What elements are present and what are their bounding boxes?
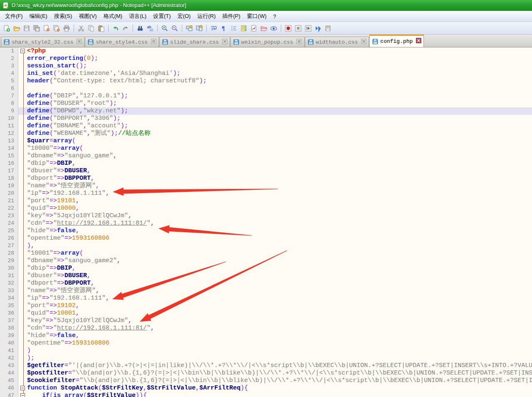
line-number[interactable]: 35 [0,302,18,310]
code-line-16[interactable]: 16"dbip"=>DBIP, [0,160,532,167]
function-list-button[interactable] [249,24,258,33]
code-line-45[interactable]: 45$cookiefilter="\\b(and|or)\\b.{1,6}?(=… [0,377,532,385]
line-number[interactable]: 47 [0,392,18,397]
line-number[interactable]: 8 [0,100,18,107]
menu-item-plugins[interactable]: 插件(P) [219,11,243,22]
line-number[interactable]: 14 [0,145,18,152]
code-line-23[interactable]: 23"key"=>"5Jqxjo10Yl2ElQCwJm", [0,212,532,220]
code-line-41[interactable]: 41) [0,347,532,355]
fold-collapse-icon[interactable] [20,49,25,53]
code-line-3[interactable]: 3session_start(); [0,62,532,70]
line-number[interactable]: 10 [0,115,18,122]
code-line-18[interactable]: 18"dbport"=>DBPPORT, [0,175,532,182]
open-file-button[interactable] [12,24,21,33]
close-button[interactable] [42,24,51,33]
line-number[interactable]: 25 [0,227,18,235]
line-number[interactable]: 34 [0,295,18,302]
code-line-14[interactable]: 14"10000"=>array( [0,145,532,152]
line-number[interactable]: 2 [0,55,18,62]
line-number[interactable]: 46 [0,385,18,392]
word-wrap-button[interactable] [209,24,218,33]
code-line-19[interactable]: 19"name"=>"悟空资源网", [0,182,532,190]
code-line-29[interactable]: 29"dbname"=>"sanguo_game2", [0,257,532,265]
line-number[interactable]: 18 [0,175,18,182]
tab-close-icon[interactable] [361,39,366,46]
print-button[interactable] [62,24,71,33]
menu-item-run[interactable]: 运行(R) [194,11,219,22]
code-line-34[interactable]: 34"ip"=>"192.168.1.111", [0,295,532,302]
code-line-40[interactable]: 40"opentime"=>1593160806 [0,340,532,347]
line-number[interactable]: 45 [0,377,18,385]
tab-close-icon[interactable] [77,39,82,46]
menu-item-file[interactable]: 文件(F) [2,11,26,22]
line-number[interactable]: 26 [0,235,18,242]
code-line-11[interactable]: 11define("DBNAME","account"); [0,122,532,130]
line-number[interactable]: 1 [0,47,18,55]
macro-run-multi-button[interactable] [314,24,323,33]
code-line-17[interactable]: 17"dbuser"=>DBUSER, [0,167,532,175]
find-button[interactable] [136,24,145,33]
folder-workspace-button[interactable] [259,24,268,33]
tab-close-icon[interactable] [151,39,156,46]
code-line-20[interactable]: 20"ip"=>"192.168.1.111", [0,190,532,197]
menu-item-search[interactable]: 搜索(S) [51,11,75,22]
code-line-10[interactable]: 10define("DBPPORT","3306"); [0,115,532,122]
code-line-22[interactable]: 22"quid"=>10000, [0,205,532,212]
line-number[interactable]: 19 [0,182,18,190]
code-line-28[interactable]: 28"10001"=>array( [0,250,532,257]
menu-item-edit[interactable]: 编辑(E) [26,11,51,22]
code-line-15[interactable]: 15"dbname"=>"sanguo_game", [0,152,532,160]
line-number[interactable]: 41 [0,347,18,355]
tab-share-style2-32-css[interactable]: share_style2_32.css [1,37,84,47]
code-line-43[interactable]: 43$getfilter="'|(and|or)\\b.+?(>|<|=|in|… [0,362,532,370]
code-line-5[interactable]: 5header("Content-type: text/html; charse… [0,77,532,85]
line-number[interactable]: 42 [0,355,18,362]
line-number[interactable]: 29 [0,257,18,265]
line-number[interactable]: 16 [0,160,18,167]
menu-item-macro[interactable]: 宏(O) [174,11,194,22]
line-number[interactable]: 33 [0,287,18,295]
tab-slide-share-css[interactable]: slide_share.css [159,37,230,47]
tab-close-icon[interactable] [416,38,421,45]
line-number[interactable]: 20 [0,190,18,197]
code-line-26[interactable]: 26"opentime"=>1593160806 [0,235,532,242]
line-number[interactable]: 38 [0,325,18,332]
line-number[interactable]: 3 [0,62,18,70]
paste-button[interactable] [97,24,106,33]
tab-close-icon[interactable] [297,39,302,46]
code-line-4[interactable]: 4ini_set('date.timezone','Asia/Shanghai'… [0,70,532,77]
line-number[interactable]: 44 [0,370,18,377]
sync-vertical-button[interactable] [185,24,194,33]
menu-item-help[interactable]: ? [270,12,280,21]
menu-item-language[interactable]: 语言(L) [126,11,150,22]
code-line-38[interactable]: 38"cdn"=>"http://192.168.1.111:81/", [0,325,532,332]
zoom-in-button[interactable] [160,24,169,33]
line-number[interactable]: 7 [0,92,18,100]
line-number[interactable]: 22 [0,205,18,212]
tab-weixin-popup-css[interactable]: weixin_popup.css [230,37,304,47]
line-number[interactable]: 31 [0,272,18,280]
line-number[interactable]: 21 [0,197,18,205]
new-file-button[interactable] [2,24,11,33]
line-number[interactable]: 13 [0,137,18,145]
code-line-7[interactable]: 7define("DBIP","127.0.0.1"); [0,92,532,100]
code-line-31[interactable]: 31"dbuser"=>DBUSER, [0,272,532,280]
fold-collapse-icon[interactable] [20,393,25,397]
tab-close-icon[interactable] [222,39,228,46]
line-number[interactable]: 32 [0,280,18,287]
code-line-35[interactable]: 35"port"=>19102, [0,302,532,310]
code-line-27[interactable]: 27), [0,242,532,250]
indent-guide-button[interactable] [229,24,238,33]
line-number[interactable]: 39 [0,332,18,340]
menu-item-window[interactable]: 窗口(W) [244,11,270,22]
line-number[interactable]: 28 [0,250,18,257]
macro-record-button[interactable] [284,24,293,33]
line-number[interactable]: 17 [0,167,18,175]
menu-item-format[interactable]: 格式(M) [100,11,126,22]
menu-item-settings[interactable]: 设置(T) [150,11,174,22]
code-line-37[interactable]: 37"key"=>"5Jqxjo10Yl2ElQCwJm", [0,317,532,325]
show-symbols-button[interactable]: ¶ [219,24,228,33]
code-line-44[interactable]: 44$postfilter="\\b(and|or)\\b.{1,6}?(=|>… [0,370,532,377]
close-all-button[interactable] [52,24,61,33]
code-line-46[interactable]: 46function StopAttack($StrFiltKey,$StrFi… [0,385,532,392]
